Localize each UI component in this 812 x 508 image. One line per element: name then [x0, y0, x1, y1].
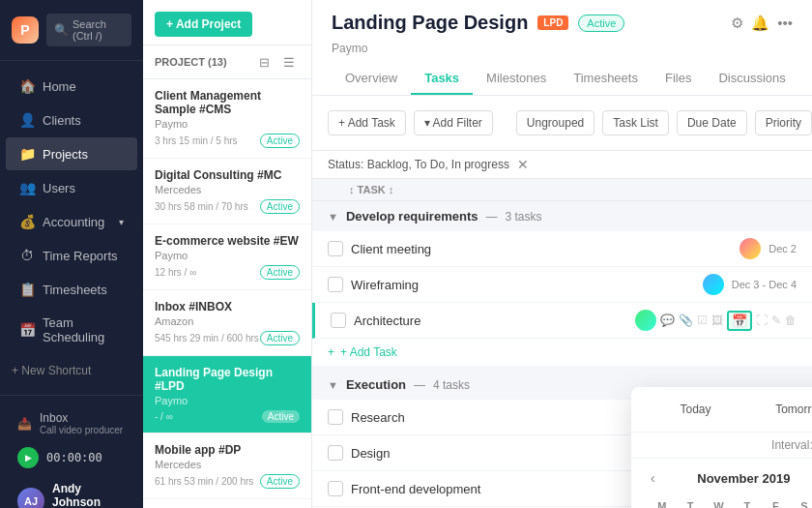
task-table-header: ↕ TASK ↕	[312, 179, 812, 201]
sidebar-item-accounting[interactable]: 💰 Accounting ▾	[6, 205, 137, 238]
tab-activity-feed[interactable]: Activity Feed	[799, 63, 812, 95]
section-toggle-execution[interactable]: ▼	[328, 379, 338, 391]
checklist-icon[interactable]: ☑	[697, 314, 708, 327]
expand-icon[interactable]: ⛶	[756, 314, 768, 327]
task-content: ↕ TASK ↕ ▼ Develop requirements — 3 task…	[312, 179, 812, 508]
task-date: Dec 2	[768, 243, 797, 254]
calendar-icon[interactable]: 📅	[727, 311, 752, 331]
section-count-execution: 4 tasks	[433, 378, 470, 392]
app-logo: P	[12, 16, 39, 44]
task-checkbox[interactable]	[328, 241, 343, 256]
ungrouped-btn[interactable]: Ungrouped	[516, 110, 594, 135]
notification-icon[interactable]: 🔔	[751, 15, 769, 32]
image-icon[interactable]: 🖼	[711, 314, 723, 327]
section-develop: ▼ Develop requirements — 3 tasks Client …	[312, 201, 812, 366]
settings-icon[interactable]: ⚙	[731, 15, 743, 32]
shortcut-tomorrow[interactable]: Tomorrow	[748, 397, 812, 422]
section-toggle-develop[interactable]: ▼	[328, 211, 338, 223]
timer-display: 00:00:00	[46, 451, 102, 464]
timesheets-icon: 📋	[19, 282, 35, 297]
page-title: Landing Page Design	[332, 12, 528, 34]
avatar	[703, 274, 724, 295]
tab-tasks[interactable]: Tasks	[411, 63, 473, 95]
view-icon[interactable]: ☰	[278, 51, 300, 73]
add-filter-btn[interactable]: ▾ Add Filter	[414, 110, 493, 135]
list-item[interactable]: Mobile app #DP Mercedes 61 hrs 53 min / …	[143, 433, 311, 499]
task-list-btn[interactable]: Task List	[602, 110, 669, 135]
search-icon: 🔍	[54, 23, 69, 37]
sidebar-bottom: 📥 Inbox Call video producer ▶ 00:00:00 A…	[0, 395, 143, 508]
search-bar[interactable]: 🔍 Search (Ctrl /)	[46, 14, 131, 46]
tab-files[interactable]: Files	[652, 63, 705, 95]
sidebar-item-users[interactable]: 👥 Users	[6, 171, 137, 204]
inbox-item[interactable]: 📥 Inbox Call video producer	[10, 405, 133, 441]
due-date-btn[interactable]: Due Date	[677, 110, 747, 135]
inbox-sub: Call video producer	[40, 425, 123, 435]
sidebar-item-label: Timesheets	[43, 283, 107, 297]
clients-icon: 👤	[19, 112, 35, 128]
list-item[interactable]: New website design #NWD Amazon 85 hrs 20…	[143, 499, 311, 508]
sidebar-item-clients[interactable]: 👤 Clients	[6, 104, 137, 136]
status-badge: Active	[578, 15, 624, 32]
task-checkbox[interactable]	[331, 313, 346, 328]
avatar: AJ	[17, 488, 44, 508]
user-name: Andy Johnson	[52, 482, 126, 508]
list-item[interactable]: Digital Consulting #MC Mercedes 30 hrs 5…	[143, 159, 311, 224]
header-top: Landing Page Design LPD Active ⚙ 🔔 •••	[332, 12, 793, 34]
add-shortcut-btn[interactable]: + New Shortcut	[0, 354, 143, 387]
shortcut-today[interactable]: Today	[643, 397, 748, 422]
table-row: Architecture 💬 📎 ☑ 🖼 📅 ⛶ ✎ 🗑	[312, 303, 812, 339]
edit-icon[interactable]: ✎	[771, 314, 781, 327]
task-checkbox[interactable]	[328, 277, 343, 292]
sidebar-item-projects[interactable]: 📁 Projects	[6, 137, 137, 170]
cal-prev-btn[interactable]: ‹	[647, 468, 659, 488]
add-project-btn[interactable]: + Add Project	[155, 12, 252, 37]
datepicker-shortcuts: Today Tomorrow Next Week Next Month	[631, 387, 812, 433]
search-placeholder: Search (Ctrl /)	[72, 18, 124, 42]
list-item[interactable]: E-commerce website #EW Paymo 12 hrs / ∞ …	[143, 224, 311, 290]
team-scheduling-icon: 📅	[19, 322, 35, 338]
sidebar-item-label: Team Scheduling	[43, 315, 124, 344]
add-task-btn-develop[interactable]: + + Add Task	[312, 339, 812, 366]
filter-icon[interactable]: ⊟	[253, 51, 275, 73]
delete-icon[interactable]: 🗑	[785, 314, 797, 327]
table-row: Client meeting Dec 2	[312, 231, 812, 267]
datepicker-interval: Interval: Thu, Dec 5 – Fri, Dec 6	[631, 433, 812, 459]
sidebar-item-timesheets[interactable]: 📋 Timesheets	[6, 273, 137, 306]
task-checkbox[interactable]	[328, 409, 343, 425]
task-checkbox[interactable]	[328, 481, 343, 496]
sidebar-item-label: Projects	[43, 147, 88, 162]
project-panel-header: + Add Project	[143, 0, 311, 45]
project-panel-title: PROJECT (13)	[155, 56, 227, 68]
table-row: Wireframing Dec 3 - Dec 4	[312, 267, 812, 303]
sidebar-item-time-reports[interactable]: ⏱ Time Reports	[6, 239, 137, 272]
tab-discussions[interactable]: Discussions	[705, 63, 798, 95]
list-item[interactable]: Inbox #INBOX Amazon 545 hrs 29 min / 600…	[143, 290, 311, 356]
list-item[interactable]: Client Management Sample #CMS Paymo 3 hr…	[143, 79, 311, 159]
comment-icon[interactable]: 💬	[660, 314, 675, 327]
task-checkbox[interactable]	[328, 445, 343, 461]
priority-btn[interactable]: Priority	[755, 110, 812, 135]
datepicker-calendars: ‹ November 2019 MTWTFSS 28	[631, 459, 812, 508]
attachment-icon[interactable]: 📎	[679, 314, 693, 327]
filter-close-btn[interactable]: ✕	[517, 157, 529, 172]
header-icons: ⚙ 🔔 •••	[731, 15, 793, 32]
home-icon: 🏠	[19, 78, 35, 94]
add-task-btn[interactable]: + Add Task	[328, 110, 406, 135]
section-title-develop: Develop requirements	[346, 209, 478, 224]
user-section[interactable]: AJ Andy Johnson Block LLC	[10, 474, 133, 508]
section-title-execution: Execution	[346, 377, 406, 392]
tab-overview[interactable]: Overview	[332, 63, 411, 95]
timer-play-btn[interactable]: ▶	[17, 447, 39, 468]
tab-milestones[interactable]: Milestones	[473, 63, 560, 95]
sidebar-item-team-scheduling[interactable]: 📅 Team Scheduling	[6, 307, 137, 353]
cal-header-november: ‹ November 2019	[647, 468, 812, 488]
more-icon[interactable]: •••	[777, 15, 793, 31]
datepicker-popup: Today Tomorrow Next Week Next Month Inte…	[631, 387, 812, 508]
list-item[interactable]: Landing Page Design #LPD Paymo - / ∞ Act…	[143, 356, 311, 433]
task-actions: 💬 📎 ☑ 🖼 📅 ⛶ ✎ 🗑	[660, 311, 797, 331]
sidebar: P 🔍 Search (Ctrl /) 🏠 Home 👤 Clients 📁 P…	[0, 0, 143, 508]
project-panel: + Add Project PROJECT (13) ⊟ ☰ Client Ma…	[143, 0, 312, 508]
tab-timesheets[interactable]: Timesheets	[560, 63, 652, 95]
sidebar-item-home[interactable]: 🏠 Home	[6, 70, 137, 103]
